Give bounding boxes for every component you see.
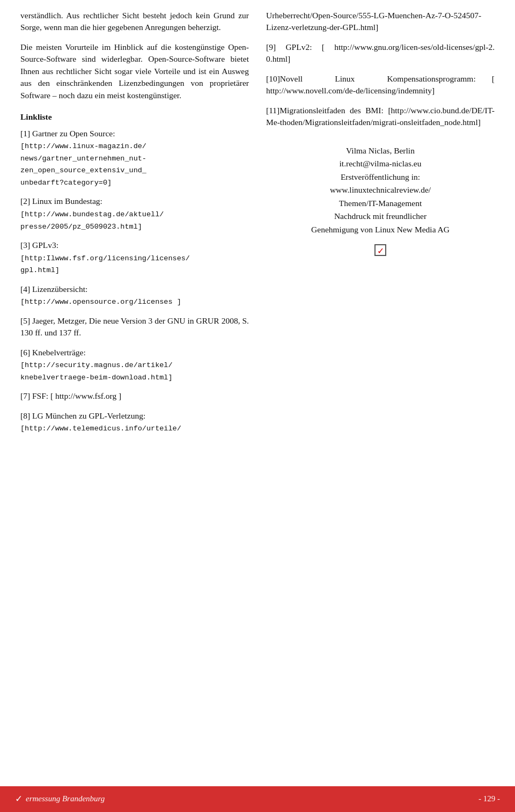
closing-reprint: Nachdruck mit freundlicher (266, 210, 495, 222)
ref-label: Knebelverträge: (32, 348, 86, 357)
closing-name: Vilma Niclas, Berlin (266, 145, 495, 157)
footer-title: ermessung Brandenburg (26, 793, 105, 805)
ref-mono: [http://security.magnus.de/artikel/knebe… (20, 361, 173, 382)
ref-id: [1] (20, 129, 32, 138)
ref-id: [4] (20, 284, 32, 294)
ref-item-6: [6] Knebelverträge: [http://security.mag… (20, 347, 249, 383)
ref-id: [9] (266, 42, 285, 52)
ref-item-9: [9] GPLv2: [ http://www.gnu.org/licen-se… (266, 41, 495, 65)
linkliste-heading: Linkliste (20, 111, 249, 123)
ref-item-3: [3] GPLv3: [http:Ilwww.fsf.org/licensing… (20, 239, 249, 276)
ref-mono: [http://www.linux-magazin.de/news/gartne… (20, 142, 146, 187)
intro-para2: Die meisten Vorurteile im Hinblick auf d… (20, 41, 249, 101)
ref-mono: [http://www.opensource.org/licenses ] (20, 298, 181, 306)
ref-item-8: [8] LG München zu GPL-Verletzung: [http:… (20, 410, 249, 434)
ref-id: [2] (20, 196, 32, 206)
ref-item-5: [5] Jaeger, Metzger, Die neue Version 3 … (20, 315, 249, 339)
closing-reprint2: Genehmigung von Linux New Media AG (266, 224, 495, 236)
ref-id: [3] (20, 240, 32, 250)
checkmark-box: ✓ (374, 244, 386, 256)
closing-pub: Erstveröffentlichung in: (266, 171, 495, 183)
ref-id: [5] (20, 316, 32, 325)
closing-site: www.linuxtechnicalreview.de/ (266, 184, 495, 196)
footer-left: ✓ ermessung Brandenburg (15, 793, 105, 806)
ref-label: Urheberrecht/Open-Source/555-LG-Muenchen… (266, 11, 481, 32)
ref-label: Jaeger, Metzger, Die neue Version 3 der … (20, 316, 249, 337)
ref-label: Gartner zu Open Source: (32, 129, 115, 138)
ref-label: Lizenzübersicht: (32, 284, 87, 294)
ref-label: Novell Linux Kompensationsprogramm: [ ht… (266, 74, 495, 95)
ref-item-1: [1] Gartner zu Open Source: [http://www.… (20, 128, 249, 188)
footer: ✓ ermessung Brandenburg - 129 - (0, 786, 515, 812)
ref-id: [7] (20, 391, 32, 400)
ref-id: [11] (266, 106, 279, 115)
ref-item-4: [4] Lizenzübersicht: [http://www.opensou… (20, 283, 249, 308)
footer-checkmark-icon: ✓ (15, 793, 23, 806)
ref-item-11: [11]Migrationsleitfaden des BMI: [http:/… (266, 105, 495, 129)
ref-item-7: [7] FSF: [ http://www.fsf.org ] (20, 390, 249, 402)
ref-mono: [http://www.bundestag.de/aktuell/presse/… (20, 210, 164, 231)
ref-item-2: [2] Linux im Bundestag: [http://www.bund… (20, 195, 249, 232)
footer-page: - 129 - (479, 793, 500, 805)
ref-id: [8] (20, 411, 32, 420)
ref-label: FSF: [ http://www.fsf.org ] (32, 391, 121, 400)
ref-label: Migrationsleitfaden des BMI: [http://www… (266, 106, 495, 127)
closing-email: it.recht@vilma-niclas.eu (266, 158, 495, 170)
ref-item-10: [10]Novell Linux Kompensationsprogramm: … (266, 73, 495, 97)
ref-label: GPLv2: [ http://www.gnu.org/licen-ses/ol… (266, 42, 495, 63)
ref-id: [6] (20, 348, 32, 357)
closing-block: Vilma Niclas, Berlin it.recht@vilma-nicl… (266, 145, 495, 258)
closing-section: Themen/IT-Management (266, 197, 495, 209)
ref-mono: [http:Ilwww.fsf.org/licensing/licenses/g… (20, 254, 190, 275)
ref-label: LG München zu GPL-Verletzung: (32, 411, 145, 420)
ref-label: Linux im Bundestag: (32, 196, 102, 206)
intro-para1: verständlich. Aus rechtlicher Sicht best… (20, 10, 249, 34)
ref-id: [10] (266, 74, 280, 83)
ref-mono: [http://www.telemedicus.info/urteile/ (20, 425, 181, 433)
ref-label: GPLv3: (32, 240, 58, 250)
ref-item-8-cont: Urheberrecht/Open-Source/555-LG-Muenchen… (266, 10, 495, 34)
